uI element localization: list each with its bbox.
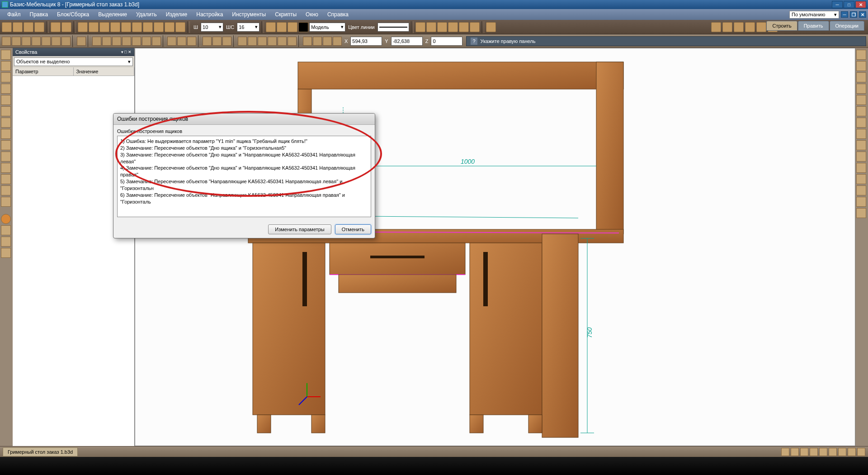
sb-6-icon[interactable] [829,448,837,456]
menu-file[interactable]: Файл [3,10,25,19]
menu-select[interactable]: Выделение [94,10,132,19]
bulb-icon[interactable] [277,22,287,32]
lt-hw1-icon[interactable] [1,129,11,139]
cube4-icon[interactable] [122,37,131,46]
dash1-icon[interactable] [212,37,222,46]
cube7-icon[interactable] [152,37,161,46]
undo-icon[interactable] [51,22,61,32]
rt-3-icon[interactable] [856,72,866,82]
lt-tube-icon[interactable] [1,248,11,258]
tab-build[interactable]: Строить [766,21,797,31]
view-left-icon[interactable] [22,37,31,46]
assembly-icon[interactable] [426,22,436,32]
circle-tool-icon[interactable] [745,22,755,32]
sb-5-icon[interactable] [819,448,827,456]
rt-11-icon[interactable] [856,163,866,173]
lt-hw4-icon[interactable] [1,163,11,173]
rt-14-icon[interactable] [856,197,866,207]
cube3-icon[interactable] [112,37,121,46]
close-button[interactable]: ✕ [855,1,866,8]
y-field[interactable] [391,37,423,46]
rt-6-icon[interactable] [856,106,866,116]
report-icon[interactable] [437,22,447,32]
rt-7-icon[interactable] [856,118,866,128]
rt-10-icon[interactable] [856,152,866,162]
model-combo[interactable]: Модель▾ [309,23,345,32]
tool-b-icon[interactable] [154,22,164,32]
sb-2-icon[interactable] [791,448,799,456]
properties-pin-icon[interactable]: ▾ □ ✕ [121,50,132,54]
lt-panel-icon[interactable] [1,50,11,60]
menu-delete[interactable]: Удалить [132,10,161,19]
view-front-icon[interactable] [2,37,11,46]
rt-4-icon[interactable] [856,84,866,94]
x-field[interactable] [350,37,382,46]
zoom-win-icon[interactable] [313,37,322,46]
change-params-button[interactable]: Изменить параметры [268,224,331,234]
lt-sphere-icon[interactable] [1,214,11,224]
rt-12-icon[interactable] [856,174,866,184]
dash2-icon[interactable] [222,37,231,46]
ellipse-tool-icon[interactable] [756,22,766,32]
view-back-icon[interactable] [12,37,21,46]
rt-1-icon[interactable] [856,50,866,60]
lt-cyl-icon[interactable] [1,237,11,247]
mdi-restore-button[interactable]: ❐ [850,11,857,18]
rt-15-icon[interactable] [856,208,866,218]
sb-4-icon[interactable] [810,448,818,456]
lt-hw6-icon[interactable] [1,185,11,195]
cancel-button[interactable]: Отменить [335,224,371,234]
menu-settings[interactable]: Настройка [192,10,227,19]
tool-a-icon[interactable] [143,22,153,32]
view-top-icon[interactable] [42,37,51,46]
check-icon[interactable] [470,22,480,32]
tab-ops[interactable]: Операции [830,21,864,31]
rt-8-icon[interactable] [856,129,866,139]
pan-icon[interactable] [333,37,342,46]
menu-tools[interactable]: Инструменты [227,10,270,19]
lt-hw5-icon[interactable] [1,174,11,184]
mdi-minimize-button[interactable]: ─ [841,11,848,18]
rt-9-icon[interactable] [856,140,866,150]
lt-cone-icon[interactable] [1,225,11,235]
sb-1-icon[interactable] [781,448,789,456]
draw3-icon[interactable] [258,37,267,46]
sb-8-icon[interactable] [848,448,856,456]
lt-profile-icon[interactable] [1,106,11,116]
menu-block[interactable]: Блок/Сборка [52,10,94,19]
maximize-button[interactable]: □ [844,1,854,8]
copy-icon[interactable] [486,22,496,32]
lt-drawer-icon[interactable] [1,84,11,94]
axis-icon[interactable] [203,37,212,46]
menu-product[interactable]: Изделие [161,10,192,19]
line-style-combo[interactable] [377,23,409,32]
lt-door-icon[interactable] [1,72,11,82]
sb-9-icon[interactable] [857,448,865,456]
viewport-3d[interactable]: 1000 750 [135,48,855,446]
view-right-icon[interactable] [32,37,41,46]
cube1-icon[interactable] [92,37,101,46]
lt-box-icon[interactable] [1,95,11,105]
tab-edit[interactable]: Править [798,21,829,31]
draw-tool-icon[interactable] [711,22,721,32]
zoom-fit-icon[interactable] [303,37,312,46]
layout-combo[interactable]: По умолчанию▾ [789,11,839,19]
open-icon[interactable] [13,22,23,32]
width-field[interactable]: 10▾ [201,23,223,32]
sigma-icon[interactable] [459,22,469,32]
menu-scripts[interactable]: Скрипты [270,10,301,19]
snap-icon[interactable] [89,22,99,32]
properties-selector[interactable]: Объектов не выделено▾ [14,57,133,66]
sb-3-icon[interactable] [800,448,808,456]
color-swatch[interactable] [298,22,308,32]
zoom-icon[interactable] [323,37,332,46]
render1-icon[interactable] [167,37,176,46]
lock-icon[interactable] [288,22,297,32]
error-list[interactable]: 1) Ошибка: Не выдерживается параметр "Y1… [117,136,371,217]
rt-5-icon[interactable] [856,95,866,105]
windows-taskbar[interactable] [0,457,868,475]
menu-help[interactable]: Справка [323,10,353,19]
lt-edge-icon[interactable] [1,118,11,128]
light-icon[interactable] [177,37,186,46]
tool-c-icon[interactable] [165,22,175,32]
